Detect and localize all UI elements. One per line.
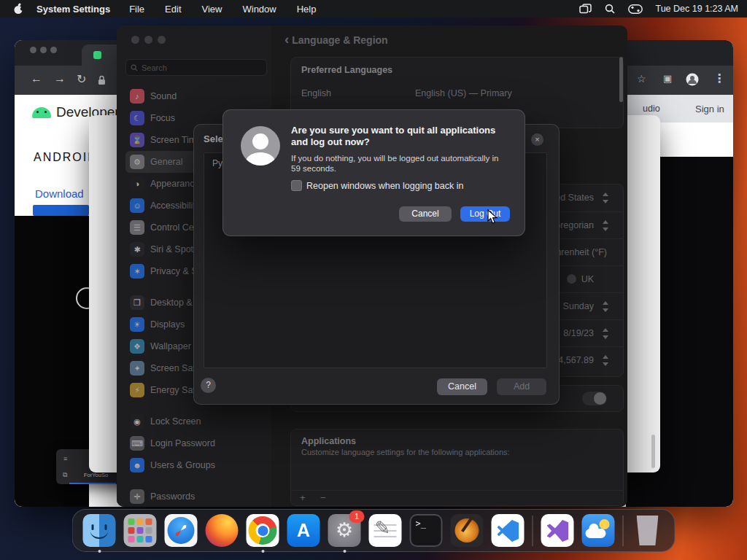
dock: A ⚙ 1 ✎ >_ — [72, 509, 676, 552]
menu-view[interactable]: View — [202, 4, 222, 15]
sheet-close-icon[interactable]: × — [531, 133, 543, 146]
cancel-button[interactable]: Cancel — [399, 206, 452, 222]
control-center-icon[interactable] — [628, 4, 643, 14]
progress-line — [69, 483, 116, 484]
running-indicator — [98, 550, 101, 553]
dock-weather-icon[interactable] — [582, 514, 615, 547]
download-link[interactable]: Download — [35, 187, 84, 200]
copy-icon[interactable]: ⧉ — [63, 471, 67, 479]
dock-app-store-icon[interactable]: A — [287, 514, 320, 547]
dock-separator — [623, 516, 624, 546]
dock-notes-icon[interactable]: ✎ — [369, 514, 402, 547]
sheet-cancel-button[interactable]: Cancel — [437, 378, 487, 395]
reload-icon[interactable]: ↻ — [77, 72, 86, 86]
sign-in-link[interactable]: Sign in — [695, 104, 724, 114]
window-stack-icon[interactable] — [579, 4, 592, 14]
dock-vscode-icon[interactable] — [492, 514, 525, 547]
reopen-windows-checkbox[interactable] — [291, 180, 302, 191]
back-icon[interactable]: ← — [31, 72, 42, 85]
dock-chrome-icon[interactable] — [247, 514, 279, 547]
notification-badge: 1 — [349, 510, 365, 523]
running-indicator — [343, 550, 346, 553]
logout-dialog-body: If you do nothing, you will be logged ou… — [291, 154, 510, 174]
dock-firefox-icon[interactable] — [206, 514, 239, 547]
reopen-windows-label: Reopen windows when logging back in — [306, 181, 463, 191]
spotlight-search-icon[interactable] — [605, 4, 615, 14]
help-button[interactable]: ? — [201, 378, 216, 393]
active-app-name[interactable]: System Settings — [36, 4, 110, 15]
running-indicator — [261, 550, 264, 553]
avatar-head — [252, 133, 268, 149]
menu-help[interactable]: Help — [297, 4, 317, 15]
dock-launchpad-icon[interactable] — [124, 514, 157, 547]
android-favicon-icon — [93, 51, 101, 59]
browser-close-button[interactable] — [30, 47, 36, 53]
user-avatar — [241, 126, 280, 166]
dock-terminal-icon[interactable]: >_ — [410, 514, 443, 547]
dock-trash-icon[interactable] — [632, 514, 665, 547]
dock-visual-studio-icon[interactable] — [541, 514, 574, 547]
sheet-add-button[interactable]: Add — [497, 378, 546, 395]
white-window-scrollbar[interactable] — [651, 435, 655, 468]
logout-dialog-title: Are you sure you want to quit all applic… — [291, 125, 511, 147]
menu-edit[interactable]: Edit — [165, 4, 181, 15]
browser-sidebar-icon[interactable]: ▣ — [663, 73, 672, 84]
browser-minimize-button[interactable] — [40, 47, 47, 53]
browser-menu-icon[interactable]: ⋮ — [713, 71, 725, 85]
mouse-cursor — [487, 209, 498, 225]
avatar-shoulders — [246, 152, 275, 166]
dock-garageband-icon[interactable] — [451, 514, 484, 547]
apple-logo-icon[interactable] — [13, 3, 23, 15]
dock-system-settings-icon[interactable]: ⚙ 1 — [328, 514, 361, 547]
mini-window-title: ForYouSo — [84, 472, 108, 478]
browser-zoom-button[interactable] — [50, 47, 57, 53]
page-nav-item[interactable]: udio — [643, 104, 660, 114]
forward-icon[interactable]: → — [54, 72, 66, 85]
menu-window[interactable]: Window — [242, 4, 276, 15]
dock-separator — [533, 516, 533, 546]
log-out-button[interactable]: Log Out — [460, 206, 510, 222]
desktop: ← → ↻ ☆ ▣ ⋮ udio Sign in Developer ANDRO… — [0, 0, 747, 560]
hamburger-icon[interactable]: ≡ — [63, 455, 67, 462]
menu-file[interactable]: File — [129, 4, 144, 15]
bookmark-star-icon[interactable]: ☆ — [637, 73, 646, 85]
dock-finder-icon[interactable] — [83, 514, 116, 547]
menu-bar-clock[interactable]: Tue Dec 19 1:23 AM — [656, 4, 739, 14]
lock-icon — [98, 75, 106, 85]
logout-dialog: Are you sure you want to quit all applic… — [222, 109, 525, 236]
page-heading: ANDROID — [34, 151, 98, 164]
dock-safari-icon[interactable] — [165, 514, 198, 547]
profile-avatar-icon[interactable] — [686, 73, 699, 86]
menu-bar: System Settings File Edit View Window He… — [0, 0, 747, 18]
download-button[interactable] — [33, 205, 89, 216]
android-logo-icon — [32, 107, 51, 118]
